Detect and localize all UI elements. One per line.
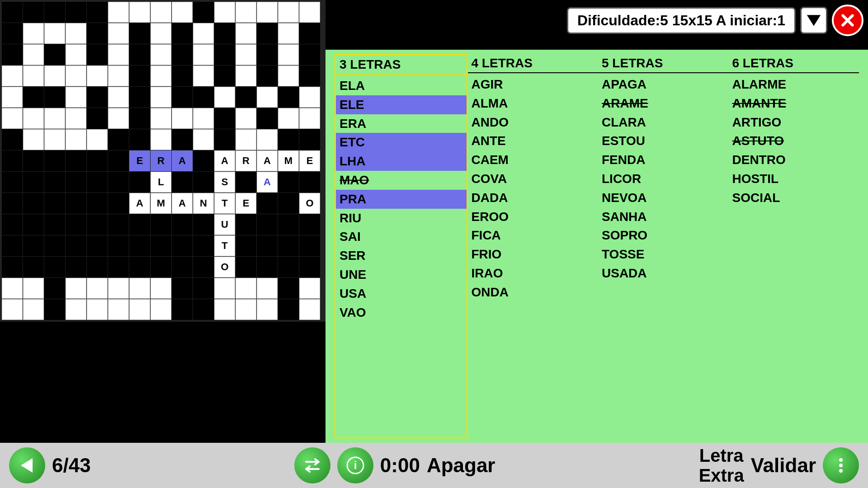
grid-cell[interactable] [151, 108, 171, 129]
grid-cell[interactable] [66, 299, 86, 320]
grid-cell[interactable] [44, 23, 65, 44]
grid-cell[interactable] [236, 66, 256, 86]
grid-cell[interactable] [214, 299, 235, 320]
triangle-button[interactable] [800, 7, 827, 34]
grid-cell[interactable] [278, 44, 299, 65]
grid-cell[interactable]: E [299, 150, 320, 171]
grid-cell[interactable]: A [129, 193, 150, 214]
grid-cell[interactable]: O [299, 193, 320, 214]
grid-cell[interactable] [257, 87, 278, 108]
grid-cell[interactable] [151, 44, 171, 65]
back-button[interactable] [9, 447, 45, 483]
word-item[interactable]: IRAO [468, 264, 599, 283]
grid-cell[interactable] [66, 87, 86, 108]
word-item[interactable]: APAGA [598, 75, 729, 94]
grid-cell[interactable] [278, 2, 299, 23]
grid-cell[interactable] [151, 87, 171, 108]
grid-cell[interactable]: O [214, 257, 235, 277]
grid-cell[interactable] [87, 66, 108, 86]
word-item[interactable]: SER [336, 246, 467, 265]
grid-cell[interactable]: T [214, 235, 235, 256]
grid-cell[interactable] [151, 2, 171, 23]
grid-cell[interactable]: A [214, 150, 235, 171]
grid-cell[interactable]: M [278, 150, 299, 171]
word-item[interactable]: ARTIGO [729, 113, 859, 132]
letra-extra-button[interactable]: LetraExtra [699, 446, 744, 485]
word-item[interactable]: SOPRO [598, 226, 729, 245]
word-item[interactable]: AGIR [468, 75, 599, 94]
validar-button[interactable]: Validar [751, 454, 816, 477]
grid-cell[interactable] [66, 66, 86, 86]
grid-cell[interactable] [151, 23, 171, 44]
grid-cell[interactable]: A [257, 172, 278, 192]
grid-cell[interactable] [108, 299, 129, 320]
dots-button[interactable] [823, 447, 859, 483]
word-item[interactable]: FICA [468, 226, 599, 245]
grid-cell[interactable] [299, 87, 320, 108]
word-item[interactable]: ANTE [468, 131, 599, 150]
grid-cell[interactable] [2, 278, 23, 299]
grid-cell[interactable] [299, 278, 320, 299]
grid-cell[interactable] [66, 129, 86, 150]
grid-cell[interactable] [66, 278, 86, 299]
word-item[interactable]: CLARA [598, 113, 729, 132]
word-item[interactable]: HOSTIL [729, 169, 859, 188]
grid-cell[interactable] [193, 108, 214, 129]
word-item[interactable]: LHA [336, 152, 467, 171]
word-item[interactable]: ALARME [729, 75, 859, 94]
word-item[interactable]: FRIO [468, 245, 599, 264]
word-item[interactable]: ARAME [598, 94, 729, 113]
grid-cell[interactable] [257, 2, 278, 23]
grid-cell[interactable] [151, 278, 171, 299]
grid-cell[interactable] [44, 108, 65, 129]
grid-cell[interactable]: R [151, 150, 171, 171]
grid-cell[interactable] [2, 66, 23, 86]
grid-cell[interactable] [278, 23, 299, 44]
grid-cell[interactable] [236, 278, 256, 299]
grid-cell[interactable]: E [129, 150, 150, 171]
grid-cell[interactable] [257, 299, 278, 320]
grid-cell[interactable] [214, 87, 235, 108]
grid-cell[interactable] [193, 44, 214, 65]
grid-cell[interactable] [151, 299, 171, 320]
grid-cell[interactable] [299, 108, 320, 129]
word-item[interactable]: TOSSE [598, 245, 729, 264]
grid-cell[interactable] [23, 44, 44, 65]
grid-cell[interactable]: S [214, 172, 235, 192]
grid-cell[interactable] [151, 129, 171, 150]
grid-cell[interactable]: U [214, 214, 235, 235]
grid-cell[interactable] [193, 23, 214, 44]
grid-cell[interactable] [236, 44, 256, 65]
grid-cell[interactable] [129, 278, 150, 299]
crossword-grid[interactable]: ERAARAMELSAAMANTEOUTO [0, 0, 326, 322]
grid-cell[interactable] [108, 278, 129, 299]
word-item[interactable]: MAO [336, 171, 467, 190]
word-item[interactable]: SANHA [598, 207, 729, 226]
word-item[interactable]: UNE [336, 265, 467, 284]
word-item[interactable]: ELA [336, 76, 467, 95]
word-item[interactable]: ELE [336, 95, 467, 114]
word-item[interactable]: FENDA [598, 150, 729, 169]
grid-cell[interactable]: L [151, 172, 171, 192]
grid-cell[interactable]: T [214, 193, 235, 214]
grid-cell[interactable] [108, 108, 129, 129]
grid-cell[interactable] [278, 66, 299, 86]
grid-cell[interactable]: E [236, 193, 256, 214]
word-item[interactable]: PRA [336, 190, 467, 209]
grid-cell[interactable] [23, 299, 44, 320]
info-button[interactable]: i [337, 447, 373, 483]
grid-cell[interactable]: A [172, 193, 193, 214]
grid-cell[interactable] [23, 23, 44, 44]
grid-cell[interactable] [108, 87, 129, 108]
grid-cell[interactable] [2, 299, 23, 320]
grid-cell[interactable] [66, 23, 86, 44]
grid-cell[interactable] [87, 278, 108, 299]
grid-cell[interactable]: A [172, 150, 193, 171]
word-item[interactable]: ERA [336, 114, 467, 133]
grid-cell[interactable] [236, 129, 256, 150]
grid-cell[interactable] [257, 129, 278, 150]
grid-cell[interactable] [23, 278, 44, 299]
word-item[interactable]: DENTRO [729, 150, 859, 169]
grid-cell[interactable] [278, 108, 299, 129]
word-item[interactable]: DADA [468, 188, 599, 207]
